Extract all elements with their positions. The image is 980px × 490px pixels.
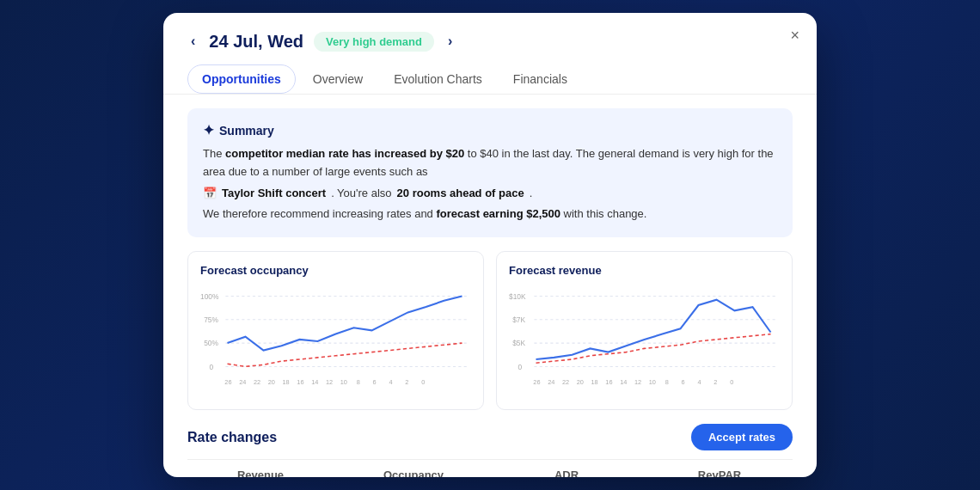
svg-text:0: 0 — [730, 379, 733, 387]
next-date-button[interactable]: › — [444, 30, 456, 52]
rate-table-header: Revenue Occupancy ADR RevPAR — [187, 459, 793, 477]
svg-text:0: 0 — [210, 363, 214, 371]
main-modal: ‹ 24 Jul, Wed Very high demand › × Oppor… — [163, 13, 817, 477]
svg-text:100%: 100% — [200, 292, 219, 301]
rate-changes-header: Rate changes Accept rates — [187, 424, 793, 450]
svg-text:8: 8 — [665, 379, 669, 387]
svg-text:$5K: $5K — [512, 339, 525, 347]
svg-text:$7K: $7K — [512, 315, 525, 324]
tab-opportunities[interactable]: Opportunities — [187, 64, 296, 94]
svg-text:2: 2 — [714, 379, 717, 387]
demand-badge: Very high demand — [314, 32, 434, 52]
tab-financials[interactable]: Financials — [499, 64, 581, 94]
svg-text:4: 4 — [389, 379, 392, 387]
revenue-svg: $10K $7K $5K 0 26 24 22 20 18 — [509, 285, 780, 397]
svg-text:20: 20 — [268, 379, 275, 387]
forecast-revenue-title: Forecast revenue — [509, 264, 780, 277]
forecast-occupancy-chart: 100% 75% 50% 0 26 24 22 20 18 — [200, 285, 471, 397]
svg-text:16: 16 — [605, 379, 612, 387]
summary-card: ✦ Summary The competitor median rate has… — [187, 108, 793, 237]
rate-changes-section: Rate changes Accept rates Revenue Occupa… — [187, 424, 793, 477]
svg-text:16: 16 — [297, 379, 303, 387]
col-occupancy: Occupancy — [340, 469, 487, 477]
svg-text:26: 26 — [224, 379, 231, 387]
summary-body: The competitor median rate has increased… — [203, 145, 777, 224]
svg-text:8: 8 — [357, 379, 360, 387]
svg-text:$10K: $10K — [509, 292, 526, 301]
forecast-occupancy-title: Forecast occupancy — [200, 264, 471, 277]
svg-text:2: 2 — [405, 379, 408, 387]
svg-text:26: 26 — [533, 379, 540, 387]
tab-evolution-charts[interactable]: Evolution Charts — [380, 64, 496, 94]
svg-text:18: 18 — [283, 379, 290, 387]
svg-text:18: 18 — [591, 379, 598, 387]
tab-bar: Opportunities Overview Evolution Charts … — [163, 52, 817, 95]
forecast-revenue-chart: $10K $7K $5K 0 26 24 22 20 18 — [509, 285, 780, 397]
col-adr: ADR — [493, 469, 640, 477]
svg-text:0: 0 — [518, 363, 523, 371]
forecast-occupancy-card: Forecast occupancy 100% 75% 50% 0 — [187, 251, 484, 410]
svg-text:20: 20 — [577, 379, 584, 387]
close-button[interactable]: × — [790, 27, 799, 45]
svg-text:10: 10 — [340, 379, 347, 387]
rate-changes-title: Rate changes — [187, 430, 277, 445]
occupancy-svg: 100% 75% 50% 0 26 24 22 20 18 — [200, 285, 471, 397]
svg-text:22: 22 — [562, 379, 569, 387]
svg-text:6: 6 — [373, 379, 377, 387]
charts-section: Forecast occupancy 100% 75% 50% 0 — [187, 251, 793, 410]
accept-rates-button[interactable]: Accept rates — [691, 424, 793, 450]
modal-header: ‹ 24 Jul, Wed Very high demand › × — [163, 13, 817, 52]
svg-text:75%: 75% — [204, 315, 218, 324]
svg-text:6: 6 — [682, 379, 685, 387]
svg-text:10: 10 — [649, 379, 656, 387]
summary-title: ✦ Summary — [203, 122, 777, 138]
svg-text:14: 14 — [311, 379, 318, 387]
prev-date-button[interactable]: ‹ — [187, 30, 199, 52]
modal-body: ✦ Summary The competitor median rate has… — [163, 95, 817, 477]
svg-text:24: 24 — [239, 379, 246, 387]
tab-overview[interactable]: Overview — [299, 64, 377, 94]
date-title: 24 Jul, Wed — [209, 32, 303, 52]
svg-text:4: 4 — [697, 379, 701, 387]
col-revpar: RevPAR — [646, 469, 793, 477]
svg-text:24: 24 — [548, 379, 554, 387]
svg-text:12: 12 — [634, 379, 641, 387]
forecast-revenue-card: Forecast revenue $10K $7K $5K 0 — [496, 251, 793, 410]
svg-text:0: 0 — [421, 379, 425, 387]
svg-text:12: 12 — [326, 379, 333, 387]
svg-text:14: 14 — [620, 379, 627, 387]
summary-icon: ✦ — [203, 122, 214, 138]
col-revenue: Revenue — [187, 469, 334, 477]
svg-text:22: 22 — [254, 379, 260, 387]
svg-text:50%: 50% — [204, 339, 218, 347]
